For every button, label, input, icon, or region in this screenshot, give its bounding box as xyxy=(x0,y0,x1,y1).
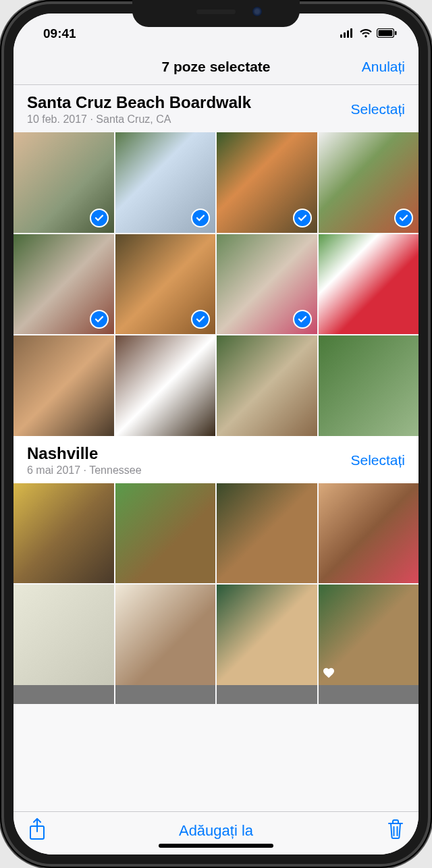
trash-button[interactable] xyxy=(387,819,404,842)
wifi-icon xyxy=(359,26,373,41)
home-indicator[interactable] xyxy=(159,844,273,848)
photo-thumbnail[interactable] xyxy=(319,132,419,233)
svg-rect-2 xyxy=(347,30,349,38)
section-header-nashville: Nashville 6 mai 2017 · Tennessee Selecta… xyxy=(14,436,418,483)
section-title: Nashville xyxy=(27,444,142,463)
photo-thumbnail[interactable] xyxy=(319,483,419,584)
content-scroll[interactable]: Santa Cruz Beach Boardwalk 10 feb. 2017 … xyxy=(14,85,418,811)
selected-check-icon xyxy=(293,209,312,227)
battery-icon xyxy=(377,26,397,41)
photo-grid-nashville xyxy=(14,483,418,685)
bottom-toolbar: Adăugați la xyxy=(14,811,418,855)
photo-thumbnail[interactable] xyxy=(14,685,114,704)
photo-thumbnail[interactable] xyxy=(115,685,216,704)
status-time: 09:41 xyxy=(35,26,220,41)
favorite-heart-icon xyxy=(323,668,335,681)
photo-thumbnail[interactable] xyxy=(319,335,419,436)
cancel-button[interactable]: Anulați xyxy=(362,59,405,75)
photo-thumbnail[interactable] xyxy=(319,685,419,704)
screen: 09:41 7 poze selectate Anulați xyxy=(14,13,418,855)
section-title: Santa Cruz Beach Boardwalk xyxy=(27,93,251,112)
photo-thumbnail[interactable] xyxy=(217,335,317,436)
selected-check-icon xyxy=(90,310,109,329)
iphone-frame: 09:41 7 poze selectate Anulați xyxy=(0,0,432,868)
add-to-button[interactable]: Adăugați la xyxy=(179,822,253,840)
photo-thumbnail[interactable] xyxy=(319,585,419,685)
photo-thumbnail[interactable] xyxy=(115,483,216,584)
photo-grid-partial-row xyxy=(14,685,418,704)
photo-thumbnail[interactable] xyxy=(217,585,317,685)
photo-thumbnail[interactable] xyxy=(217,483,317,584)
svg-rect-3 xyxy=(350,28,352,38)
photo-thumbnail[interactable] xyxy=(115,234,216,335)
photo-thumbnail[interactable] xyxy=(115,132,216,233)
selected-check-icon xyxy=(191,209,210,227)
selected-check-icon xyxy=(394,209,413,227)
photo-thumbnail[interactable] xyxy=(217,685,317,704)
share-button[interactable] xyxy=(28,818,46,844)
section-subtitle: 6 mai 2017 · Tennessee xyxy=(27,464,142,477)
section-subtitle: 10 feb. 2017 · Santa Cruz, CA xyxy=(27,113,251,126)
svg-rect-5 xyxy=(379,30,393,36)
photo-thumbnail[interactable] xyxy=(217,132,317,233)
svg-rect-0 xyxy=(340,34,342,38)
photo-thumbnail[interactable] xyxy=(115,585,216,685)
photo-thumbnail[interactable] xyxy=(217,234,317,335)
page-title: 7 poze selectate xyxy=(161,59,270,75)
photo-thumbnail[interactable] xyxy=(14,585,114,685)
photo-thumbnail[interactable] xyxy=(14,234,114,335)
selected-check-icon xyxy=(293,310,312,329)
photo-thumbnail[interactable] xyxy=(115,335,216,436)
svg-rect-6 xyxy=(395,31,397,35)
selected-check-icon xyxy=(90,209,109,227)
svg-rect-1 xyxy=(344,32,346,38)
select-button[interactable]: Selectați xyxy=(350,452,405,468)
section-header-santa-cruz: Santa Cruz Beach Boardwalk 10 feb. 2017 … xyxy=(14,85,418,132)
device-notch xyxy=(132,0,300,27)
navigation-bar: 7 poze selectate Anulați xyxy=(14,49,418,85)
photo-thumbnail[interactable] xyxy=(319,234,419,335)
photo-grid-santa-cruz xyxy=(14,132,418,436)
photo-thumbnail[interactable] xyxy=(14,335,114,436)
select-button[interactable]: Selectați xyxy=(350,101,405,117)
photo-thumbnail[interactable] xyxy=(14,483,114,584)
photo-thumbnail[interactable] xyxy=(14,132,114,233)
selected-check-icon xyxy=(191,310,210,329)
cellular-icon xyxy=(340,26,355,41)
